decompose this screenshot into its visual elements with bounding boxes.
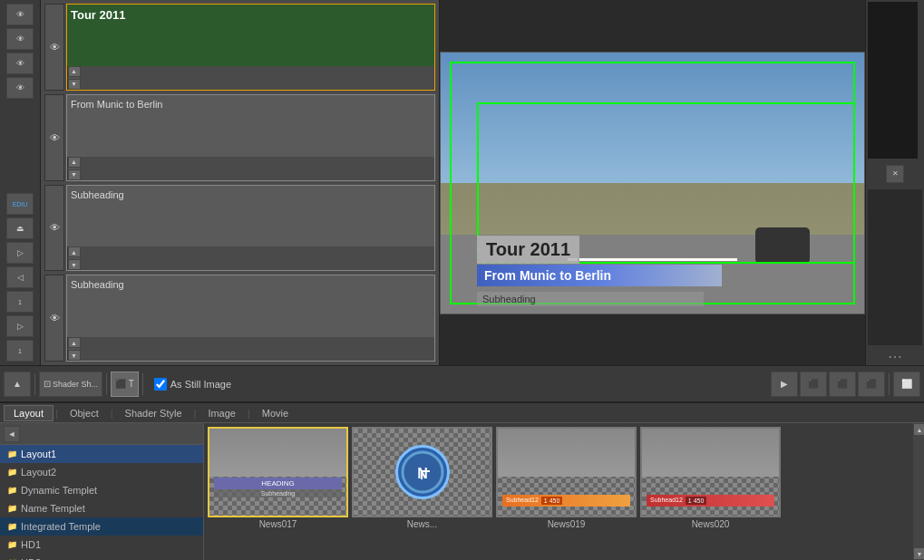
text-field-row-2: 👁 From Munic to Berlin ▲ ▼ (44, 94, 435, 181)
thumb-label-news020: News020 (692, 519, 730, 529)
folder-icon-name: 📁 (7, 504, 17, 513)
sidebar-btn-6[interactable]: ▷ (6, 242, 34, 264)
bottom-content: ◄ 📁 Layout1 📁 Layout2 📁 Dynamic Templet … (0, 423, 924, 560)
sidebar-btn-8[interactable]: 1 (6, 291, 34, 313)
toolbar: ▲ ⊡ Shader Sh... ⬛ T As Still Image ▶ ⬛ … (0, 365, 924, 401)
preview-area: Tour 2011 From Munic to Berlin Subheadin… (440, 0, 865, 365)
sidebar-btn-10[interactable]: 1 (6, 340, 34, 362)
scrollbar-2[interactable]: ▲ ▼ (67, 157, 80, 180)
cut-btn[interactable]: ⬛ (800, 372, 827, 397)
scroll-bottom-btn[interactable]: ▼ (913, 547, 924, 560)
scrollbar-1[interactable]: ▲ ▼ (67, 66, 80, 90)
scrollbar-3[interactable]: ▲ ▼ (67, 246, 80, 270)
merge-btn[interactable]: ⬛ (829, 372, 856, 397)
eye-btn-4[interactable]: 👁 (44, 275, 64, 362)
thumb-label-news018: News... (407, 519, 437, 529)
thumbnail-news017[interactable]: HEADING Subheading News017 (208, 427, 348, 529)
right-btn-expand[interactable]: ✕ (886, 165, 904, 183)
scroll-down-4[interactable]: ▼ (68, 350, 81, 361)
thumb-020-text2: 1 450 (686, 497, 707, 505)
tree-panel: ◄ 📁 Layout1 📁 Layout2 📁 Dynamic Templet … (0, 423, 204, 560)
toolbar-up-btn[interactable]: ▲ (4, 372, 31, 397)
thumbnail-news018[interactable]: N News... (352, 427, 492, 529)
tree-item-integrated[interactable]: 📁 Integrated Temple (0, 517, 203, 536)
tab-object[interactable]: Object (60, 405, 109, 421)
tab-movie[interactable]: Movie (252, 405, 298, 421)
left-sidebar: 👁 👁 👁 👁 EDIU ⏏ ▷ ◁ 1 ▷ 1 (0, 0, 41, 365)
fullscreen-btn[interactable]: ⬜ (893, 372, 920, 397)
text-area-3[interactable]: Subheading ▲ ▼ (66, 185, 435, 272)
folder-icon-dynamic: 📁 (7, 486, 17, 495)
sky-bg (441, 53, 864, 183)
subtitle-bar: From Munic to Berlin (477, 265, 722, 286)
text-fields-panel: 👁 Tour 2011 ▲ ▼ 👁 From Munic to Berlin ▲… (41, 0, 440, 365)
as-still-label: As Still Image (170, 379, 231, 390)
sidebar-btn-2[interactable]: 👁 (6, 28, 34, 50)
scroll-down-1[interactable]: ▼ (68, 79, 81, 90)
as-still-checkbox[interactable] (154, 378, 167, 391)
tour-title-text: Tour 2011 (486, 239, 570, 260)
eye-btn-3[interactable]: 👁 (44, 185, 64, 272)
cursor-indicator (421, 470, 430, 479)
scrollbar-4[interactable]: ▲ ▼ (67, 337, 80, 361)
tree-item-layout2[interactable]: 📁 Layout2 (0, 463, 203, 481)
tree-item-hd2[interactable]: 📁 HD2 (0, 554, 203, 560)
scroll-up-4[interactable]: ▲ (68, 337, 81, 348)
split-btn[interactable]: ⬛ (858, 372, 885, 397)
scroll-top-btn[interactable]: ▲ (913, 423, 924, 436)
sidebar-btn-7[interactable]: ◁ (6, 266, 34, 288)
scroll-up-3[interactable]: ▲ (68, 246, 81, 257)
subheading-bar: Subheading (477, 292, 704, 306)
subtitle-text: From Munic to Berlin (484, 268, 715, 283)
tab-shader-style[interactable]: Shader Style (115, 405, 192, 421)
tree-item-layout1[interactable]: 📁 Layout1 (0, 445, 203, 463)
sidebar-btn-4[interactable]: 👁 (6, 77, 34, 99)
road-line (568, 258, 737, 261)
thumbnail-news019[interactable]: Subhead12 1 450 News019 (496, 427, 637, 529)
sidebar-btn-3[interactable]: 👁 (6, 53, 34, 74)
text-field-row-3: 👁 Subheading ▲ ▼ (44, 185, 435, 272)
thumbnail-panel: HEADING Subheading News017 N (204, 423, 913, 560)
text-content-3: Subheading (67, 186, 434, 247)
scroll-up-1[interactable]: ▲ (68, 66, 81, 77)
sidebar-btn-1[interactable]: 👁 (6, 4, 34, 25)
tree-collapse-btn[interactable]: ◄ (4, 426, 20, 442)
tab-layout[interactable]: Layout (4, 405, 53, 421)
tree-label-layout2: Layout2 (21, 467, 56, 478)
scrollbar-track[interactable] (913, 436, 924, 547)
folder-icon-hd1: 📁 (7, 540, 17, 549)
right-preview-strip (868, 2, 918, 159)
thumbnail-news020[interactable]: Subhead12 1 450 News020 (640, 427, 781, 529)
thumb-020-text1: Subhead12 (650, 497, 683, 505)
toolbar-sep-4 (889, 373, 890, 395)
scroll-up-2[interactable]: ▲ (68, 157, 81, 168)
right-handle[interactable]: ⋯ (866, 347, 924, 365)
eye-btn-2[interactable]: 👁 (44, 94, 64, 181)
scroll-down-3[interactable]: ▼ (68, 259, 81, 270)
text-area-4[interactable]: Subheading ▲ ▼ (66, 275, 435, 362)
panel-scrollbar[interactable]: ▲ ▼ (913, 423, 924, 560)
eye-btn-1[interactable]: 👁 (44, 4, 64, 91)
toolbar-sep-3 (142, 373, 143, 395)
play-btn[interactable]: ▶ (771, 372, 798, 397)
tab-image[interactable]: Image (198, 405, 246, 421)
toolbar-type-btn[interactable]: ⬛ T (111, 372, 139, 397)
thumb-heading-017: HEADING (214, 478, 342, 489)
tree-item-hd1[interactable]: 📁 HD1 (0, 536, 203, 554)
scroll-down-2[interactable]: ▼ (68, 169, 81, 180)
text-area-2[interactable]: From Munic to Berlin ▲ ▼ (66, 94, 435, 181)
thumb-bar-020: Subhead12 1 450 (647, 495, 774, 507)
thumb-img-news019: Subhead12 1 450 (496, 427, 637, 517)
bottom-section: Layout | Object | Shader Style | Image |… (0, 401, 924, 560)
text-content-1: Tour 2011 (67, 5, 434, 66)
tree-label-hd1: HD1 (21, 539, 41, 550)
tree-item-dynamic[interactable]: 📁 Dynamic Templet (0, 481, 203, 499)
tree-item-name[interactable]: 📁 Name Templet (0, 499, 203, 517)
sidebar-btn-9[interactable]: ▷ (6, 315, 34, 337)
text-content-4: Subheading (67, 275, 434, 337)
sidebar-btn-ediu[interactable]: EDIU (6, 193, 34, 215)
sidebar-btn-5[interactable]: ⏏ (6, 217, 34, 239)
text-area-1[interactable]: Tour 2011 ▲ ▼ (66, 4, 435, 91)
tree-label-name: Name Templet (21, 503, 85, 514)
shader-shade-btn[interactable]: ⊡ Shader Sh... (39, 372, 102, 397)
